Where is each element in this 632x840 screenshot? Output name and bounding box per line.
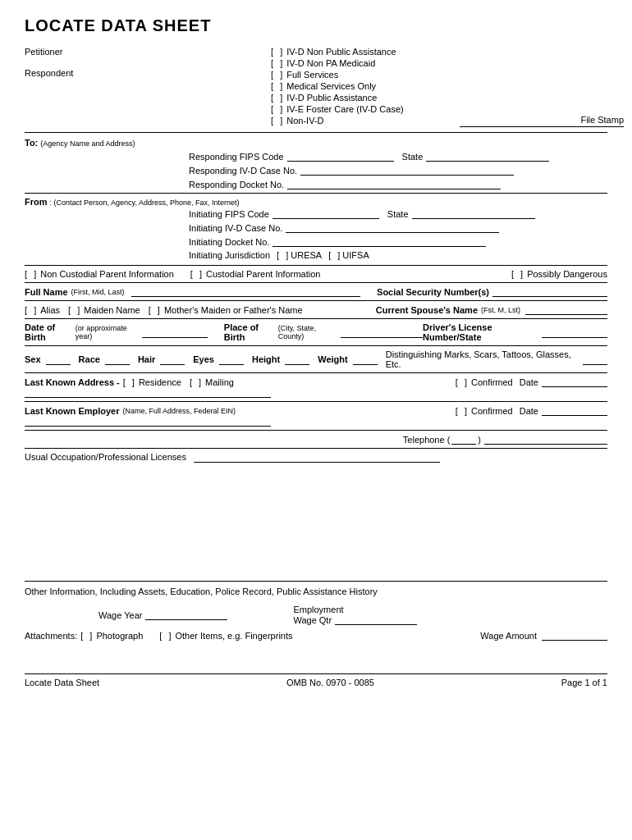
bracket-maiden-close: ] — [77, 305, 79, 315]
photograph-label: Photograph — [96, 631, 143, 641]
ive-foster-label: IV-E Foster Care (IV-D Case) — [286, 104, 403, 114]
other-info-label: Other Information, Including Assets, Edu… — [25, 587, 378, 596]
checkbox-full-services[interactable] — [276, 70, 278, 80]
checkbox-medical[interactable] — [276, 81, 278, 91]
checkbox-uresa[interactable] — [282, 250, 284, 260]
checkbox-ivd-non-public[interactable] — [276, 47, 278, 57]
jurisdiction-label: Initiating Jurisdiction — [189, 250, 270, 260]
checkbox-confirmed-addr[interactable] — [460, 377, 463, 387]
bracket-other-open: [ — [159, 631, 161, 641]
state-field-2[interactable] — [412, 208, 535, 219]
checkbox-uifsa[interactable] — [333, 250, 336, 260]
state-label-2: State — [387, 209, 409, 219]
bracket-close-6: ] — [280, 104, 282, 114]
bracket-open-5: [ — [271, 93, 272, 103]
wage-amount-field[interactable] — [542, 630, 607, 641]
checkbox-other-items[interactable] — [164, 631, 167, 641]
responding-docket-label: Responding Docket No. — [189, 180, 284, 189]
pob-label: Place of Birth — [224, 322, 275, 342]
sex-field[interactable] — [46, 354, 71, 365]
checkbox-ivd-non-pa[interactable] — [276, 58, 278, 68]
initiating-fips-field[interactable] — [272, 208, 379, 219]
date-field-1[interactable] — [542, 377, 607, 387]
bracket-cp-close: ] — [199, 269, 201, 279]
checkbox-non-ivd[interactable] — [276, 116, 278, 126]
height-field[interactable] — [285, 354, 309, 365]
wage-year-label: Wage Year — [98, 610, 142, 620]
address-underline-1[interactable] — [25, 387, 271, 398]
checkbox-cp[interactable] — [195, 269, 198, 279]
telephone-area-field[interactable] — [451, 434, 476, 445]
wage-year-field[interactable] — [145, 609, 227, 620]
checkbox-mothers[interactable] — [153, 305, 156, 315]
date-label-1: Date — [520, 377, 538, 387]
telephone-number-field[interactable] — [484, 434, 607, 445]
ssn-label: Social Security Number(s) — [377, 287, 489, 297]
employment-label: Employment — [293, 605, 343, 614]
occupation-field[interactable] — [194, 452, 440, 463]
wage-qtr-field[interactable] — [335, 614, 417, 625]
responding-fips-field[interactable] — [287, 151, 394, 162]
full-name-field[interactable] — [131, 286, 360, 297]
bracket-close-3: ] — [280, 70, 282, 80]
pob-field[interactable] — [341, 327, 423, 338]
pob-sub: (City, State, County) — [278, 324, 336, 340]
bracket-mail-open: [ — [190, 377, 191, 387]
checkbox-ive[interactable] — [276, 104, 278, 114]
bracket-res-close: ] — [132, 377, 134, 387]
eyes-label: Eyes — [193, 354, 214, 364]
bracket-open-4: [ — [271, 81, 272, 91]
checkbox-pd[interactable] — [516, 269, 519, 279]
ssn-field[interactable] — [492, 286, 607, 297]
dob-field[interactable] — [142, 327, 208, 338]
from-sub: : (Contact Person, Agency, Address, Phon… — [50, 199, 240, 207]
state-field-1[interactable] — [426, 151, 549, 162]
hair-field[interactable] — [160, 354, 185, 365]
checkbox-confirmed-emp[interactable] — [460, 406, 463, 416]
footer-center: OMB No. 0970 - 0085 — [286, 678, 374, 687]
bracket-pd-open: [ — [511, 269, 513, 279]
marks-field[interactable] — [583, 354, 607, 365]
drivers-license-field[interactable] — [542, 327, 607, 338]
bracket-open-2: [ — [271, 58, 272, 68]
current-spouse-field[interactable] — [525, 304, 607, 315]
wage-amount-label: Wage Amount — [480, 631, 537, 641]
checkbox-residence[interactable] — [128, 377, 131, 387]
initiating-ivd-field[interactable] — [286, 222, 499, 233]
bracket-open-1: [ — [271, 47, 272, 57]
eyes-field[interactable] — [219, 354, 244, 365]
page-title: LOCATE DATA SHEET — [25, 16, 607, 35]
employer-underline-1[interactable] — [25, 416, 271, 427]
checkbox-ivd-public[interactable] — [276, 93, 278, 103]
bracket-alias-close: ] — [34, 305, 35, 315]
mailing-label: Mailing — [205, 377, 234, 387]
responding-ivd-field[interactable] — [300, 165, 514, 176]
bracket-mail-close: ] — [199, 377, 200, 387]
checkbox-alias[interactable] — [30, 305, 32, 315]
other-items-label: Other Items, e.g. Fingerprints — [175, 631, 292, 641]
race-label: Race — [79, 354, 100, 364]
race-field[interactable] — [105, 354, 130, 365]
confirmed-label-1: Confirmed — [471, 377, 513, 387]
checkbox-maiden[interactable] — [73, 305, 76, 315]
responding-ivd-label: Responding IV-D Case No. — [189, 166, 297, 176]
ivd-public-label: IV-D Public Assistance — [286, 93, 377, 103]
bracket-alias-open: [ — [25, 305, 26, 315]
initiating-docket-field[interactable] — [272, 236, 486, 247]
bracket-photo-open: [ — [80, 631, 82, 641]
date-field-2[interactable] — [542, 405, 607, 416]
bracket-conf1-open: [ — [456, 377, 457, 387]
bracket-uifsa-close: ] — [337, 250, 339, 260]
ivd-non-public-label: IV-D Non Public Assistance — [286, 47, 396, 57]
checkbox-photograph[interactable] — [85, 631, 88, 641]
initiating-fips-label: Initiating FIPS Code — [189, 209, 269, 219]
checkbox-ncp[interactable] — [30, 269, 32, 279]
bracket-uresa-open: [ — [277, 250, 278, 260]
bracket-photo-close: ] — [89, 631, 91, 641]
responding-docket-field[interactable] — [287, 179, 501, 189]
checkbox-mailing[interactable] — [195, 377, 197, 387]
bracket-open-3: [ — [271, 70, 272, 80]
weight-field[interactable] — [353, 354, 378, 365]
confirmed-label-2: Confirmed — [471, 406, 513, 416]
bracket-ncp-open: [ — [25, 269, 26, 279]
